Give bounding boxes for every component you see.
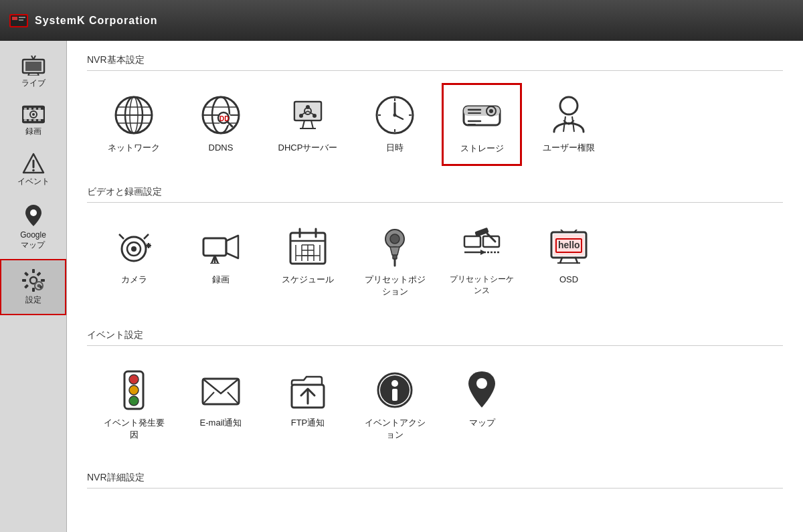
svg-point-64 [299,114,303,118]
svg-text:hello: hello [558,240,580,250]
svg-point-90 [131,246,137,252]
grid-item-event-cause[interactable]: イベント発生要因 [94,358,174,452]
svg-line-92 [144,234,149,239]
grid-item-event-action[interactable]: イベントアクション [355,358,435,452]
sidebar-item-settings[interactable]: 設定 [0,259,66,315]
sidebar-label-settings: 設定 [25,295,41,306]
section-title-video-record: ビデオと録画設定 [87,186,783,203]
sidebar-label-record: 録画 [25,126,41,137]
svg-rect-34 [41,279,45,282]
grid-label-datetime: 日時 [386,142,404,154]
svg-line-127 [487,234,495,242]
network-icon [112,94,155,137]
pushpin-icon [373,226,416,268]
tv-icon [21,56,46,76]
main-layout: ライブ [0,41,803,532]
user-icon [547,94,590,137]
grid-item-network[interactable]: ネットワーク [94,83,174,166]
grid-item-preset-seq[interactable]: プリセットシーケンス [442,215,522,308]
svg-point-25 [32,113,35,116]
svg-rect-17 [29,108,31,110]
content-area: NVR基本設定 ネットワーク [67,41,803,532]
svg-marker-119 [390,247,399,255]
film-icon [22,105,45,124]
grid-item-recording[interactable]: 録画 [181,215,261,308]
event-settings-grid: イベント発生要因 E-mail通知 [87,358,783,452]
logo: SystemK Corporation [8,10,157,31]
svg-point-117 [390,234,399,244]
video-icon [199,226,242,268]
svg-point-150 [476,378,487,389]
svg-line-142 [203,392,214,404]
svg-point-40 [37,284,40,287]
svg-point-65 [313,114,317,118]
map-icon [24,203,43,228]
svg-rect-97 [203,238,226,256]
sidebar-item-live[interactable]: ライブ [0,48,66,97]
grid-label-camera: カメラ [121,274,147,286]
svg-point-138 [129,375,139,384]
svg-point-66 [306,105,310,109]
svg-rect-35 [23,272,28,276]
grid-label-event-action: イベントアクション [363,417,427,441]
sidebar-item-record[interactable]: 録画 [0,97,66,145]
section-nvr-detail: NVR詳細設定 [87,472,783,489]
svg-rect-38 [23,284,28,288]
grid-item-camera[interactable]: カメラ [94,215,174,308]
svg-rect-31 [32,269,35,273]
grid-item-map[interactable]: マップ [442,358,522,452]
svg-rect-32 [32,288,35,292]
section-title-event-settings: イベント設定 [87,329,783,346]
ddns-icon: DD [199,94,242,137]
svg-rect-37 [36,272,41,276]
grid-item-storage[interactable]: ストレージ [442,83,522,166]
grid-item-datetime[interactable]: 日時 [355,83,435,166]
sidebar-label-googlemap: Google マップ [20,230,46,251]
svg-rect-33 [22,279,26,282]
svg-rect-23 [38,119,41,121]
grid-label-email: E-mail通知 [200,417,242,429]
video-record-grid: カメラ [87,215,783,308]
header: SystemK Corporation [0,0,803,41]
svg-marker-98 [226,236,238,258]
grid-label-dhcp: DHCPサーバー [278,142,338,154]
grid-label-ddns: DDNS [209,142,234,154]
svg-rect-4 [19,19,23,21]
grid-label-network: ネットワーク [108,142,160,154]
svg-point-28 [32,169,35,172]
svg-point-29 [30,209,37,216]
svg-point-139 [129,385,139,395]
svg-rect-2 [12,17,17,20]
grid-item-dhcp[interactable]: DHCPサーバー [268,83,348,166]
sidebar-item-googlemap[interactable]: Google マップ [0,195,66,259]
grid-item-user[interactable]: ユーザー権限 [529,83,609,166]
grid-item-ddns[interactable]: DD DDNS [181,83,261,166]
grid-label-osd: OSD [559,274,578,286]
svg-point-78 [489,109,493,113]
sidebar-item-event[interactable]: イベント [0,145,66,195]
svg-line-91 [119,234,124,239]
section-event-settings: イベント設定 イベント発生要因 [87,329,783,452]
grid-item-ftp[interactable]: FTP通知 [268,358,348,452]
svg-rect-7 [25,62,41,71]
svg-line-143 [228,392,239,404]
grid-label-user: ユーザー権限 [543,142,595,154]
svg-line-59 [311,120,313,128]
svg-point-83 [560,97,577,114]
storage-icon [460,94,503,137]
svg-rect-5 [17,26,21,27]
grid-item-osd[interactable]: hello OSD [529,215,609,308]
grid-item-schedule[interactable]: スケジュール [268,215,348,308]
nvr-basic-grid: ネットワーク [87,83,783,166]
section-title-nvr-detail: NVR詳細設定 [87,472,783,489]
sidebar-label-live: ライブ [21,78,46,89]
calendar-icon [286,226,329,268]
clock-icon [373,94,416,137]
grid-item-preset-pos[interactable]: プリセットポジション [355,215,435,308]
svg-rect-16 [24,108,27,110]
svg-point-140 [129,396,139,406]
svg-point-148 [391,380,398,387]
grid-item-email[interactable]: E-mail通知 [181,358,261,452]
gear-icon [21,268,46,292]
svg-rect-20 [24,119,27,121]
